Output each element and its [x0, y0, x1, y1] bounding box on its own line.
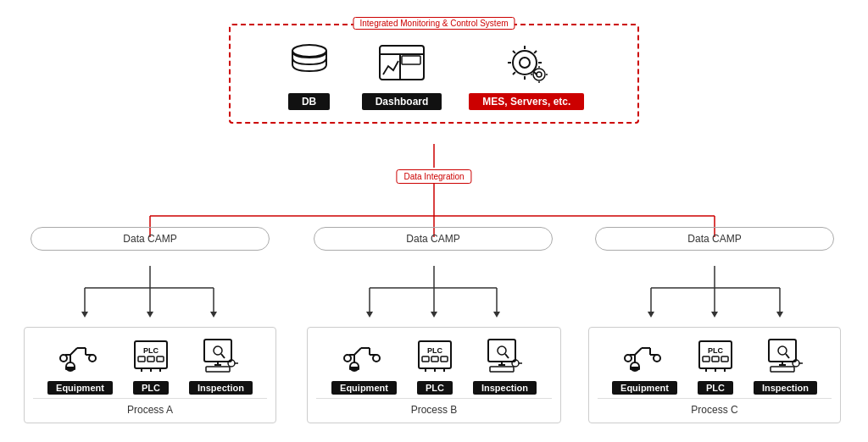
inspection-c-label: Inspection [754, 381, 817, 395]
dashboard-label: Dashboard [362, 93, 442, 110]
datacamp-c: Data CAMP [595, 227, 834, 251]
svg-line-99 [505, 354, 509, 358]
svg-rect-63 [135, 341, 167, 368]
datacamp-b: Data CAMP [314, 227, 553, 251]
svg-point-111 [654, 355, 660, 362]
mes-icon [501, 41, 552, 86]
inspection-b-label: Inspection [473, 381, 537, 395]
svg-rect-115 [699, 341, 732, 368]
equipment-c-icon [621, 334, 667, 377]
diagram: Integrated Monitoring & Control System D… [0, 0, 868, 442]
plc-a-device: PLC PLC [128, 334, 174, 395]
svg-marker-9 [81, 312, 88, 318]
svg-line-125 [786, 354, 789, 358]
mes-item: MES, Servers, etc. [469, 41, 584, 110]
equipment-b-device: Equipment [331, 334, 397, 395]
svg-rect-114 [630, 367, 640, 370]
plc-a-label: PLC [133, 381, 169, 395]
inspection-c-device: Inspection [754, 334, 817, 395]
svg-rect-76 [206, 367, 230, 372]
equipment-c-label: Equipment [612, 381, 677, 395]
svg-line-107 [635, 348, 642, 355]
svg-point-59 [89, 355, 96, 362]
svg-marker-17 [366, 312, 373, 318]
plc-a-icon: PLC [128, 334, 174, 377]
data-integration-label: Data Integration [396, 169, 471, 184]
db-icon [284, 41, 335, 86]
svg-line-73 [221, 354, 225, 358]
inspection-a-device: Inspection [189, 334, 253, 395]
inspection-a-icon [198, 334, 243, 377]
svg-rect-89 [419, 341, 451, 368]
svg-point-30 [292, 45, 326, 57]
datacamp-a: Data CAMP [31, 227, 270, 251]
svg-marker-27 [711, 312, 718, 318]
inspection-b-icon [481, 334, 527, 377]
plc-b-icon: PLC [412, 334, 458, 377]
integrated-system-box: Integrated Monitoring & Control System D… [229, 24, 639, 124]
svg-rect-92 [431, 356, 438, 362]
svg-text:PLC: PLC [427, 346, 443, 355]
svg-line-45 [534, 51, 537, 53]
svg-rect-88 [349, 367, 359, 370]
dashboard-item: Dashboard [362, 41, 442, 110]
process-b-section: Equipment PLC PLC [307, 327, 561, 423]
svg-rect-65 [138, 356, 145, 362]
plc-b-label: PLC [417, 381, 453, 395]
svg-point-38 [520, 58, 530, 68]
svg-rect-71 [204, 340, 231, 362]
svg-point-85 [373, 355, 380, 362]
equipment-b-label: Equipment [331, 381, 397, 395]
plc-c-device: PLC PLC [693, 334, 738, 395]
process-c-label: Process C [598, 398, 832, 416]
svg-rect-117 [703, 356, 709, 362]
svg-text:PLC: PLC [708, 346, 724, 355]
svg-rect-118 [712, 356, 719, 362]
process-c-section: Equipment PLC PLC [588, 327, 841, 423]
equipment-b-icon [341, 334, 387, 377]
process-b-label: Process B [316, 398, 552, 416]
svg-point-87 [344, 355, 351, 362]
inspection-b-device: Inspection [473, 334, 537, 395]
svg-line-43 [513, 51, 515, 53]
equipment-a-device: Equipment [47, 334, 113, 395]
plc-c-label: PLC [698, 381, 733, 395]
process-a-label: Process A [33, 398, 267, 416]
inspection-c-icon [762, 334, 808, 377]
db-label: DB [288, 93, 330, 110]
svg-rect-97 [488, 340, 515, 362]
svg-marker-11 [147, 312, 153, 318]
mes-label: MES, Servers, etc. [469, 93, 584, 110]
svg-point-72 [214, 346, 222, 355]
svg-rect-102 [490, 367, 514, 372]
integrated-system-label: Integrated Monitoring & Control System [353, 17, 515, 30]
svg-rect-36 [402, 56, 420, 64]
svg-line-46 [513, 72, 515, 75]
svg-point-37 [513, 51, 537, 75]
plc-b-device: PLC PLC [412, 334, 458, 395]
svg-line-55 [70, 348, 77, 355]
svg-marker-19 [431, 312, 437, 318]
equipment-a-label: Equipment [47, 381, 113, 395]
svg-point-98 [498, 346, 506, 355]
svg-point-48 [537, 72, 542, 77]
svg-rect-66 [147, 356, 154, 362]
db-item: DB [284, 41, 335, 110]
equipment-c-device: Equipment [612, 334, 677, 395]
svg-rect-93 [441, 356, 448, 362]
svg-marker-13 [210, 312, 217, 318]
svg-marker-25 [648, 312, 654, 318]
svg-rect-128 [771, 367, 794, 372]
svg-point-124 [778, 346, 787, 355]
equipment-a-icon [57, 334, 103, 377]
svg-rect-119 [721, 356, 728, 362]
plc-c-icon: PLC [693, 334, 738, 377]
svg-rect-91 [422, 356, 429, 362]
dashboard-icon [376, 41, 427, 86]
inspection-a-label: Inspection [189, 381, 253, 395]
svg-rect-67 [157, 356, 164, 362]
svg-point-113 [625, 355, 632, 362]
svg-point-61 [60, 355, 67, 362]
svg-rect-123 [769, 340, 796, 362]
svg-text:PLC: PLC [143, 346, 159, 355]
